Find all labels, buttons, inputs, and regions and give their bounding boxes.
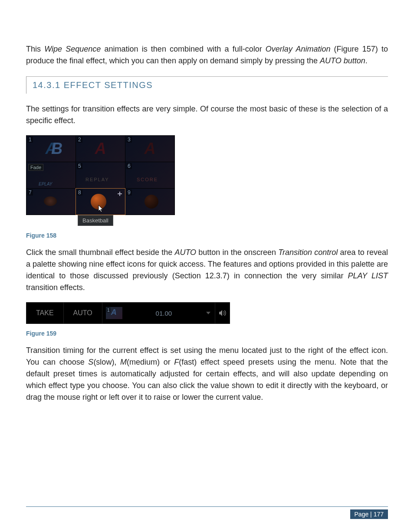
plus-icon[interactable] [117, 191, 122, 196]
take-button[interactable]: TAKE [26, 303, 64, 323]
letter-b-icon: B [51, 140, 62, 158]
footer-rule [26, 506, 388, 507]
term-auto-button: AUTO button [320, 56, 365, 65]
figure-effect-grid: 1 A B 2 A 3 A Fade EPLAY 5 REPLAY 6 SCOR… [26, 135, 388, 226]
effect-cell-9[interactable]: 9 [125, 189, 174, 215]
term-wipe-sequence: Wipe Sequence [44, 45, 101, 53]
effect-cell-7[interactable]: 7 [26, 189, 76, 215]
transport-bar: TAKE AUTO 1 A 01.00 [26, 302, 230, 324]
chevron-down-icon[interactable] [206, 312, 210, 314]
page-footer: Page | 177 [26, 485, 388, 519]
effect-thumbnail[interactable]: 1 A [106, 307, 122, 319]
paragraph-timing: Transition timing for the current effect… [26, 345, 388, 403]
term-m: M [120, 358, 127, 366]
tooltip-basketball: Basketball [78, 215, 113, 226]
effect-cell-1[interactable]: 1 A B [26, 136, 76, 162]
effect-cell-6[interactable]: 6 SCORE [125, 162, 174, 188]
cell-number: 9 [126, 189, 132, 196]
term-overlay-animation: Overlay Animation [266, 45, 331, 53]
thumb-number: 1 [106, 307, 111, 313]
paragraph-click-thumbnail: Click the small thumbnail effect beside … [26, 247, 388, 294]
term-auto: AUTO [174, 248, 196, 257]
section-heading-box: 14.3.1 EFFECT SETTINGS [26, 76, 388, 94]
text: . [365, 56, 368, 65]
fade-label: Fade [28, 164, 43, 171]
transition-time[interactable]: 01.00 [126, 310, 202, 317]
football-icon [44, 196, 57, 206]
cell-number: 5 [77, 163, 82, 169]
ball-icon [145, 195, 158, 209]
text: This [26, 45, 44, 53]
section-heading: 14.3.1 EFFECT SETTINGS [33, 80, 388, 90]
text: (medium) or [127, 358, 174, 366]
figure-159-caption: Figure 159 [26, 330, 388, 337]
text: (slow), [93, 358, 120, 366]
letter-a-icon: A [111, 308, 117, 317]
score-label: SCORE [137, 177, 158, 182]
term-play-list: PLAY LIST [348, 271, 388, 280]
cell-number: 8 [77, 189, 82, 196]
effect-cell-3[interactable]: 3 A [125, 136, 174, 162]
auto-button[interactable]: AUTO [64, 303, 102, 323]
text: button in the onscreen [196, 248, 278, 257]
cell-number: 6 [126, 163, 132, 169]
effect-cell-8[interactable]: 8 [76, 189, 125, 215]
cursor-icon [98, 204, 105, 213]
speaker-icon [218, 310, 227, 317]
paragraph-intro: This Wipe Sequence animation is then com… [26, 43, 388, 67]
section-title: EFFECT SETTINGS [64, 80, 153, 90]
paragraph-settings: The settings for transition effects are … [26, 103, 388, 127]
replay-icon: EPLAY [39, 182, 53, 186]
effect-cell-4[interactable]: Fade EPLAY [26, 162, 76, 188]
page-number-badge: Page | 177 [350, 509, 388, 519]
text: Click the small thumbnail effect beside … [26, 248, 174, 257]
effect-cell-2[interactable]: 2 A [76, 136, 125, 162]
cell-number: 1 [27, 137, 33, 143]
text: animation is then combined with a full-c… [101, 45, 266, 53]
text: transition effects. [26, 283, 85, 292]
term-transition-control: Transition control [278, 248, 338, 257]
letter-a-icon: A [95, 140, 106, 158]
sound-button[interactable] [215, 303, 230, 323]
cell-number: 2 [77, 137, 82, 143]
figure-158-caption: Figure 158 [26, 232, 388, 239]
term-s: S [88, 358, 93, 366]
section-number: 14.3.1 [33, 80, 61, 90]
letter-a-icon: A [145, 140, 156, 158]
effect-cell-5[interactable]: 5 REPLAY [76, 162, 125, 188]
term-f: F [174, 358, 179, 366]
replay-label: REPLAY [85, 177, 109, 182]
cell-number: 3 [126, 137, 132, 143]
cell-number: 7 [27, 189, 33, 196]
effect-grid: 1 A B 2 A 3 A Fade EPLAY 5 REPLAY 6 SCOR… [26, 135, 175, 215]
